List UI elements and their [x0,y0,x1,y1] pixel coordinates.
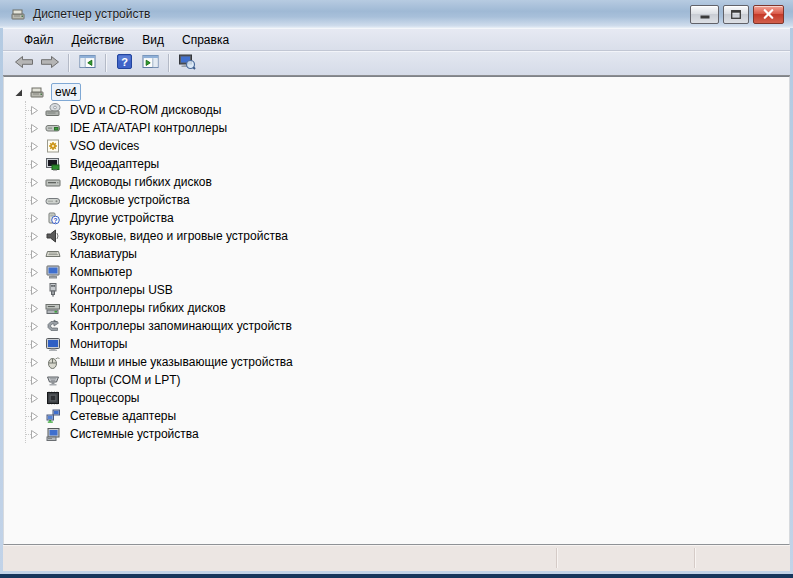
tree-item[interactable]: DVD и CD-ROM дисководы [4,101,789,119]
collapsed-arrow-icon[interactable] [30,391,44,405]
svg-text:?: ? [54,217,58,224]
tree-item-label: VSO devices [67,138,142,154]
toolbar-separator [168,54,169,72]
toolbar-forward-button[interactable] [38,52,62,74]
tree-item-label: IDE ATA/ATAPI контроллеры [67,120,230,136]
collapsed-arrow-icon[interactable] [30,193,44,207]
toolbar-separator [105,54,106,72]
collapsed-arrow-icon[interactable] [30,229,44,243]
menu-help[interactable]: Справка [173,30,238,50]
tree-item[interactable]: Дисковые устройства [4,191,789,209]
disk-drive-icon [44,192,62,208]
tree-item[interactable]: Дисководы гибких дисков [4,173,789,191]
tree-item[interactable]: Мыши и иные указывающие устройства [4,353,789,371]
tree-item-label: Мыши и иные указывающие устройства [67,354,296,370]
tree-item[interactable]: Процессоры [4,389,789,407]
floppy-controller-icon [44,300,62,316]
tree-item[interactable]: Сетевые адаптеры [4,407,789,425]
window-controls [690,5,784,24]
window-bottom-edge [0,574,793,578]
tree-item[interactable]: ?Другие устройства [4,209,789,227]
collapsed-arrow-icon[interactable] [30,265,44,279]
tree-item-label: Компьютер [67,264,135,280]
video-adapter-icon [44,156,62,172]
tree-item-label: Контроллеры USB [67,282,176,298]
collapsed-arrow-icon[interactable] [30,373,44,387]
arrow-right-icon [40,55,60,72]
tree-item-label: DVD и CD-ROM дисководы [67,102,224,118]
collapsed-arrow-icon[interactable] [30,301,44,315]
tree-item-label: Мониторы [67,336,130,352]
tree-root-item[interactable]: ew4 [4,83,789,101]
tree-item-label: Видеоадаптеры [67,156,162,172]
ide-controller-icon [44,120,62,136]
tree-item[interactable]: Контроллеры запоминающих устройств [4,317,789,335]
action-pane-icon [142,53,159,73]
toolbar-help-button[interactable]: ? [112,52,136,74]
title-bar[interactable]: Диспетчер устройств [0,0,793,28]
port-icon [44,372,62,388]
monitor-icon [44,336,62,352]
storage-controller-icon [44,318,62,334]
tree-item[interactable]: Системные устройства [4,425,789,443]
collapsed-arrow-icon[interactable] [30,157,44,171]
tree-item-label: Процессоры [67,390,143,406]
expanded-arrow-icon[interactable] [14,85,28,99]
collapsed-arrow-icon[interactable] [30,121,44,135]
tree-item[interactable]: IDE ATA/ATAPI контроллеры [4,119,789,137]
collapsed-arrow-icon[interactable] [30,247,44,261]
collapsed-arrow-icon[interactable] [30,427,44,441]
svg-text:?: ? [121,56,128,68]
collapsed-arrow-icon[interactable] [30,139,44,153]
mouse-icon [44,354,62,370]
close-button[interactable] [753,5,784,24]
tree-item[interactable]: Компьютер [4,263,789,281]
collapsed-arrow-icon[interactable] [30,355,44,369]
tree-item[interactable]: VSO devices [4,137,789,155]
tree-item[interactable]: Порты (COM и LPT) [4,371,789,389]
system-device-icon [44,426,62,442]
tree-item-label: Клавиатуры [67,246,140,262]
maximize-button[interactable] [723,5,749,24]
tree-item[interactable]: Клавиатуры [4,245,789,263]
collapsed-arrow-icon[interactable] [30,211,44,225]
toolbar-show-console-tree-button[interactable] [75,52,99,74]
toolbar-separator [68,54,69,72]
tree-item-label: Сетевые адаптеры [67,408,179,424]
status-bar [3,545,790,571]
tree-item[interactable]: Мониторы [4,335,789,353]
computer-icon [44,264,62,280]
tree-item-label: Дисковые устройства [67,192,193,208]
keyboard-icon [44,246,62,262]
speaker-icon [44,228,62,244]
close-icon [763,7,774,22]
device-manager-icon [10,6,27,22]
collapsed-arrow-icon[interactable] [30,103,44,117]
menu-view[interactable]: Вид [133,30,173,50]
menu-file[interactable]: Файл [15,30,63,50]
device-tree-pane[interactable]: ew4DVD и CD-ROM дисководыIDE ATA/ATAPI к… [3,76,790,545]
toolbar-scan-hardware-changes-button[interactable] [175,52,199,74]
tree-item[interactable]: Контроллеры гибких дисков [4,299,789,317]
toolbar: ? [3,51,790,76]
floppy-drive-icon [44,174,62,190]
tree-item[interactable]: Видеоадаптеры [4,155,789,173]
tree-item[interactable]: Звуковые, видео и игровые устройства [4,227,789,245]
toolbar-show-action-pane-button[interactable] [138,52,162,74]
menu-action[interactable]: Действие [63,30,134,50]
toolbar-back-button[interactable] [12,52,36,74]
collapsed-arrow-icon[interactable] [30,409,44,423]
tree-item-label: Звуковые, видео и игровые устройства [67,228,291,244]
collapsed-arrow-icon[interactable] [30,337,44,351]
tree-item-label: Другие устройства [67,210,177,226]
help-icon: ? [116,53,133,73]
minimize-button[interactable] [690,5,719,24]
collapsed-arrow-icon[interactable] [30,319,44,333]
collapsed-arrow-icon[interactable] [30,283,44,297]
vso-gear-icon [44,138,62,154]
scan-hardware-icon [178,53,196,74]
tree-item[interactable]: Контроллеры USB [4,281,789,299]
collapsed-arrow-icon[interactable] [30,175,44,189]
cpu-icon [44,390,62,406]
tree-item-label: Системные устройства [67,426,202,442]
